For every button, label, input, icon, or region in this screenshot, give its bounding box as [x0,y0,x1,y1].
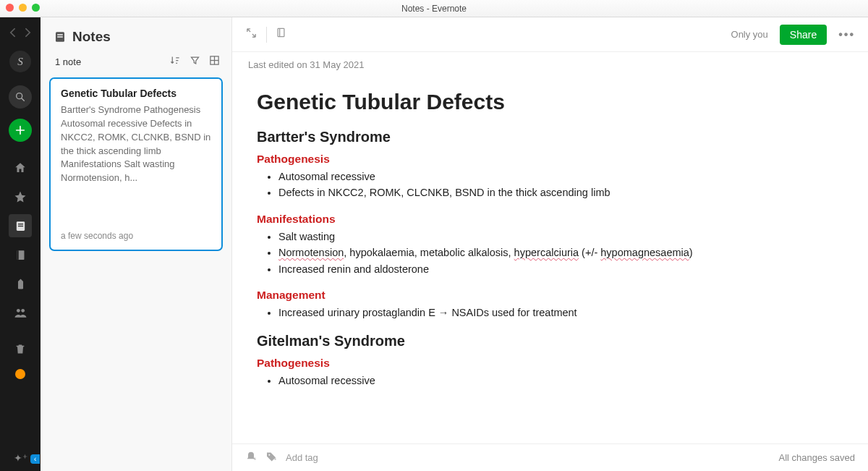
last-edited-label: Last edited on 31 May 2021 [232,52,868,71]
tags-icon[interactable] [9,272,32,295]
save-status: All changes saved [778,452,855,463]
svg-point-7 [16,308,20,312]
notes-icon[interactable] [9,214,32,237]
titlebar: Notes - Evernote [0,0,868,17]
svg-line-1 [22,98,24,101]
list-item: Salt wasting [278,229,843,245]
svg-rect-6 [17,250,18,260]
note-title: Genetic Tubular Defects [257,90,843,114]
reminder-icon[interactable]: + [245,451,257,465]
notes-panel: Notes 1 note Genetic Tubular Defects Bar… [41,17,232,471]
notes-header-icon [54,30,67,43]
svg-rect-3 [17,223,22,224]
list-item: Autosomal recessive [278,169,843,184]
svg-rect-15 [278,28,284,36]
note-cards: Genetic Tubular Defects Bartter's Syndro… [41,77,231,251]
home-icon[interactable] [9,156,32,179]
bartter-management-list: Increased urinary prostaglandin E → NSAI… [278,305,843,321]
list-item: Normotension, hypokalaemia, metabolic al… [278,245,843,260]
share-button[interactable]: Share [780,25,827,45]
sort-icon[interactable] [169,55,181,69]
svg-text:+: + [253,455,256,462]
editor: Only you Share ••• Last edited on 31 May… [232,17,868,471]
nav-back[interactable] [9,27,17,41]
upgrade-badge[interactable] [15,369,25,379]
share-status[interactable]: Only you [731,29,768,40]
panel-title: Notes [72,29,111,45]
filter-icon[interactable] [190,55,200,69]
expand-icon[interactable] [245,27,258,43]
list-item: Defects in NKCC2, ROMK, CLCNKB, BSND in … [278,184,843,200]
list-item: Autosomal recessive [278,373,843,389]
note-card-title: Genetic Tubular Defects [61,88,211,99]
svg-point-8 [21,308,25,312]
notebooks-icon[interactable] [9,243,32,266]
svg-rect-4 [17,225,22,226]
note-card-time: a few seconds ago [61,231,211,241]
panel-header: Notes [41,17,231,49]
window-controls [6,4,40,12]
note-card-snippet: Bartter's Syndrome Pathogenesis Autosoma… [61,103,211,225]
view-grid-icon[interactable] [209,55,220,69]
note-card[interactable]: Genetic Tubular Defects Bartter's Syndro… [49,77,223,251]
editor-footer: + + Add tag All changes saved [232,444,868,471]
tag-icon[interactable]: + [265,451,277,465]
svg-rect-10 [57,34,63,35]
panel-tools [169,55,220,69]
editor-toolbar: Only you Share ••• [232,17,868,52]
new-note-button[interactable] [9,119,32,142]
list-item: Increased urinary prostaglandin E → NSAI… [278,305,843,321]
add-tag-input[interactable]: Add tag [286,452,318,463]
svg-point-18 [268,454,270,455]
sparkle-icon[interactable]: ✦⁺ [14,452,27,464]
search-button[interactable] [9,85,32,109]
note-body[interactable]: Genetic Tubular Defects Bartter's Syndro… [232,71,868,444]
gitelman-pathogenesis-list: Autosomal recessive [278,373,843,389]
svg-rect-11 [57,36,63,38]
account-avatar[interactable]: S [9,51,31,72]
close-window[interactable] [6,4,14,12]
editor-left-tools [245,27,286,43]
minimize-window[interactable] [19,4,27,12]
trash-icon[interactable] [9,337,32,360]
collapse-rail[interactable]: ‹ [30,454,40,464]
list-item: Increased renin and aldosterone [278,261,843,277]
editor-right-tools: Only you Share ••• [731,25,855,45]
maximize-window[interactable] [32,4,40,12]
subhead-manifestations: Manifestations [257,213,843,226]
shortcuts-icon[interactable] [9,185,32,208]
shared-icon[interactable] [9,301,32,324]
nav-history [9,27,32,41]
bartter-pathogenesis-list: Autosomal recessive Defects in NKCC2, RO… [278,169,843,201]
bartter-manifestations-list: Salt wasting Normotension, hypokalaemia,… [278,229,843,277]
subhead-management: Management [257,289,843,302]
nav-forward[interactable] [24,27,32,41]
panel-toolbar: 1 note [41,49,231,77]
section-bartter: Bartter's Syndrome [257,129,843,145]
more-options-icon[interactable]: ••• [838,28,855,41]
window-title: Notes - Evernote [401,4,467,14]
svg-point-0 [17,93,22,99]
left-rail: S ✦⁺ ‹ [0,17,41,471]
notebook-selector-icon[interactable] [276,27,286,43]
toolbar-divider [266,27,267,43]
workspace: S ✦⁺ ‹ Notes 1 note [0,17,868,471]
subhead-pathogenesis: Pathogenesis [257,153,843,166]
section-gitelman: Gitelman's Syndrome [257,333,843,349]
svg-text:+: + [273,455,276,462]
subhead-pathogenesis-2: Pathogenesis [257,357,843,370]
note-count: 1 note [55,56,81,67]
